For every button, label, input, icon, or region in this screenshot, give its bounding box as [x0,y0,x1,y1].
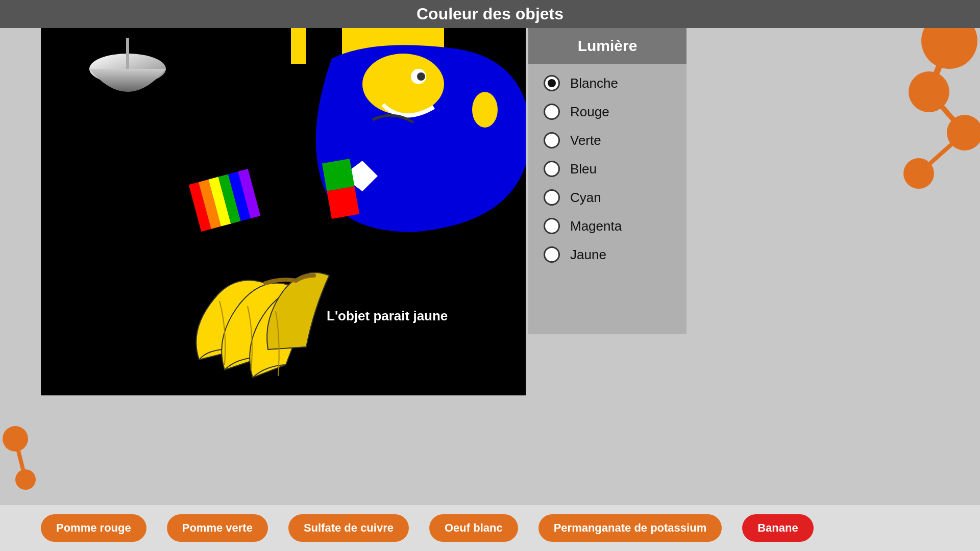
yellow-bar [291,28,306,64]
radio-label-magenta: Magenta [570,218,622,234]
bottom-toolbar: Pomme rougePomme verteSulfate de cuivreO… [0,505,980,551]
radio-label-blanche: Blanche [570,76,618,91]
toolbar-btn-5[interactable]: Banane [742,514,813,542]
toolbar-btn-4[interactable]: Permanganate de potassium [538,514,722,542]
panel-title: Lumière [528,28,687,64]
radio-circle-bleu[interactable] [544,161,560,177]
molecule-decoration-right [888,0,980,204]
radio-list: BlancheRougeVerteBleuCyanMagentaJaune [528,64,687,274]
lamp [82,38,174,130]
svg-point-6 [472,92,498,128]
toolbar-btn-0[interactable]: Pomme rouge [41,514,146,542]
svg-point-3 [362,54,444,115]
rainbow-block [189,169,260,232]
radio-option-blanche[interactable]: Blanche [544,69,671,97]
svg-point-5 [417,72,425,81]
radio-label-verte: Verte [570,133,601,148]
radio-option-magenta[interactable]: Magenta [544,212,671,240]
lumiere-panel: Lumière BlancheRougeVerteBleuCyanMagenta… [528,28,687,334]
radio-option-verte[interactable]: Verte [544,126,671,155]
main-canvas: L'objet parait jaune [41,28,526,395]
radio-option-jaune[interactable]: Jaune [544,240,671,269]
svg-rect-15 [327,186,359,219]
radio-option-rouge[interactable]: Rouge [544,97,671,126]
radio-label-rouge: Rouge [570,104,609,120]
radio-circle-cyan[interactable] [544,189,560,206]
object-label: L'objet parait jaune [327,308,448,324]
toolbar-btn-3[interactable]: Oeuf blanc [429,514,518,542]
top-bar: Couleur des objets [0,0,980,28]
radio-option-bleu[interactable]: Bleu [544,155,671,183]
radio-circle-blanche[interactable] [544,75,560,91]
toolbar-btn-1[interactable]: Pomme verte [167,514,268,542]
radio-circle-verte[interactable] [544,132,560,148]
radio-label-bleu: Bleu [570,161,597,177]
radio-label-jaune: Jaune [570,247,606,263]
svg-line-22 [919,133,965,173]
svg-rect-14 [322,159,355,191]
molecule-decoration-left [0,408,41,510]
toolbar-btn-2[interactable]: Sulfate de cuivre [288,514,409,542]
radio-circle-magenta[interactable] [544,218,560,234]
radio-option-cyan[interactable]: Cyan [544,183,671,212]
radio-label-cyan: Cyan [570,190,601,206]
radio-circle-jaune[interactable] [544,246,560,263]
radio-circle-rouge[interactable] [544,104,560,120]
page-title: Couleur des objets [416,5,564,23]
